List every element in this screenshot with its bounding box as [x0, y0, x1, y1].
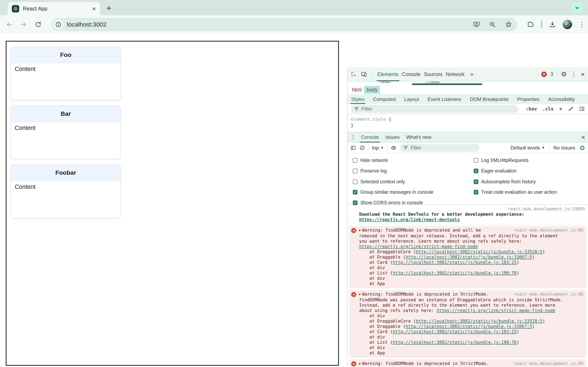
breadcrumb-html[interactable]: html — [350, 86, 364, 94]
checkbox-checked[interactable]: ✓ — [474, 169, 478, 173]
tab-close-icon[interactable]: × — [92, 6, 96, 12]
toggle-sidebar-icon[interactable] — [579, 106, 585, 112]
console-filter-input[interactable]: Filter — [400, 144, 480, 152]
source-location-link[interactable]: react-dom.development.js:86 — [514, 292, 584, 297]
extensions-puzzle-icon[interactable] — [527, 21, 534, 28]
clear-console-icon[interactable] — [359, 145, 365, 151]
styles-tab-computed[interactable]: Computed — [373, 95, 396, 104]
console-link[interactable]: http://localhost:3002/static/js/bundle.j… — [393, 260, 517, 265]
console-warning[interactable]: ✕▶Warning: findDOMNode is deprecated in … — [349, 290, 586, 358]
install-app-icon[interactable] — [473, 21, 480, 28]
reload-icon[interactable] — [35, 21, 42, 28]
devtools-menu-kebab-icon[interactable]: ⋮ — [571, 71, 577, 77]
source-location-link[interactable]: react-dom.development.js:86 — [514, 361, 584, 367]
url-text[interactable]: localhost:3002 — [67, 21, 106, 28]
console-link[interactable]: https://reactjs.org/link/strict-mode-fin… — [437, 308, 555, 313]
more-tabs-icon[interactable]: » — [470, 71, 474, 77]
devtools-tab-sources[interactable]: Sources — [422, 67, 444, 81]
log-levels-dropdown[interactable]: Default levels ▼ — [511, 145, 545, 151]
devtools-close-icon[interactable]: × — [581, 71, 585, 78]
drawer-menu-kebab-icon[interactable]: ⋮ — [350, 134, 356, 140]
toggle-hover-state-button[interactable]: :hov — [526, 106, 537, 111]
error-badge-icon[interactable]: ✕ — [541, 72, 547, 77]
console-link[interactable]: http://localhost:3002/static/js/bundle.j… — [406, 324, 532, 329]
checkbox-checked[interactable]: ✓ — [353, 200, 357, 205]
downloads-icon[interactable] — [549, 21, 556, 28]
inspect-element-icon[interactable] — [351, 71, 357, 77]
card-header[interactable]: Foo — [11, 47, 121, 63]
drawer-tab-what-s-new[interactable]: What's new — [403, 132, 434, 142]
checkbox[interactable] — [474, 158, 478, 163]
context-selector-dropdown[interactable]: top ▼ — [372, 145, 384, 151]
site-info-button[interactable] — [53, 19, 64, 30]
styles-tab-dom-breakpoints[interactable]: DOM Breakpoints — [470, 95, 509, 104]
console-settings-gear-icon[interactable]: ⚙ — [579, 145, 585, 151]
checkbox-checked[interactable]: ✓ — [474, 179, 478, 184]
card-header[interactable]: Bar — [11, 106, 121, 122]
rendering-brush-icon[interactable] — [568, 106, 574, 112]
profile-avatar[interactable] — [563, 20, 572, 29]
drawer-tab-console[interactable]: Console — [358, 132, 382, 142]
new-tab-button[interactable]: + — [103, 2, 114, 14]
console-warning[interactable]: ✕▶Warning: findDOMNode is deprecated in … — [349, 359, 586, 367]
devtools-tab-console[interactable]: Console — [400, 67, 422, 81]
console-warning[interactable]: ✕▶Warning: findDOMNode is deprecated and… — [349, 226, 586, 288]
tab-strip-chevron-button[interactable] — [571, 2, 583, 14]
disclosure-triangle-icon[interactable]: ▶ — [359, 227, 361, 233]
bookmark-star-icon[interactable] — [505, 21, 512, 28]
drawer-close-icon[interactable]: × — [581, 134, 585, 141]
styles-tab-properties[interactable]: Properties — [517, 95, 539, 104]
console-sidebar-icon[interactable] — [350, 145, 356, 151]
drawer-tab-issues[interactable]: Issues — [382, 132, 403, 142]
console-link[interactable]: http://localhost:3002/static/js/bundle.j… — [406, 255, 532, 259]
device-toolbar-icon[interactable] — [361, 71, 367, 77]
browser-tab[interactable]: React App × — [8, 2, 100, 15]
browser-menu-kebab-icon[interactable]: ⋮ — [579, 21, 585, 28]
styles-tab-layout[interactable]: Layout — [404, 95, 419, 104]
forward-icon[interactable] — [20, 21, 27, 28]
console-link[interactable]: http://localhost:3002/static/js/bundle.j… — [393, 271, 517, 275]
new-style-rule-button[interactable]: + — [559, 106, 563, 112]
card-header[interactable]: Foobar — [11, 165, 121, 181]
console-setting-row[interactable]: ✓Eager evaluation — [474, 167, 517, 175]
devtools-tab-network[interactable]: Network — [444, 67, 466, 81]
devtools-settings-gear-icon[interactable]: ⚙ — [561, 71, 567, 77]
console-link[interactable]: http://localhost:3002/static/js/bundle.j… — [393, 340, 517, 345]
console-setting-row[interactable]: ✓Treat code evaluation as user action — [474, 188, 557, 196]
zoom-out-icon[interactable] — [489, 21, 496, 28]
console-setting-row[interactable]: ✓Group similar messages in console — [353, 188, 433, 196]
styles-filter-input[interactable]: Filter — [351, 105, 518, 113]
source-location-link[interactable]: react-dom.development.js:29895 — [508, 206, 585, 212]
console-link[interactable]: https://reactjs.org/link/strict-mode-fin… — [359, 244, 478, 249]
issues-counter[interactable]: No Issues — [553, 145, 575, 151]
element-style-rule[interactable]: element.style { } — [347, 114, 588, 132]
console-setting-row[interactable]: Log XMLHttpRequests — [474, 156, 528, 164]
styles-tab-event-listeners[interactable]: Event Listeners — [428, 95, 461, 104]
disclosure-triangle-icon[interactable]: ▶ — [359, 292, 361, 297]
source-location-link[interactable]: react-dom.development.js:86 — [514, 227, 584, 233]
console-setting-row[interactable]: Selected context only — [353, 178, 405, 186]
checkbox[interactable] — [353, 179, 357, 184]
devtools-tab-elements[interactable]: Elements — [376, 67, 400, 81]
console-setting-row[interactable]: Hide network — [353, 156, 388, 164]
console-setting-row[interactable]: ✓Autocomplete from history — [474, 178, 536, 186]
checkbox[interactable] — [353, 169, 357, 173]
checkbox-checked[interactable]: ✓ — [474, 190, 478, 194]
toggle-class-button[interactable]: .cls — [542, 106, 553, 111]
back-icon[interactable] — [6, 21, 13, 28]
console-info-message[interactable]: react-dom.development.js:29895Download t… — [347, 205, 588, 224]
checkbox-checked[interactable]: ✓ — [353, 190, 357, 194]
url-bar[interactable]: localhost:3002 — [52, 18, 517, 31]
console-link[interactable]: http://localhost:3002/static/js/bundle.j… — [393, 329, 517, 334]
console-link[interactable]: http://localhost:3002/static/js/bundle.j… — [416, 319, 543, 324]
divider — [549, 145, 549, 151]
console-setting-row[interactable]: Preserve log — [353, 167, 387, 175]
styles-tab-accessibility[interactable]: Accessibility — [548, 95, 575, 104]
checkbox[interactable] — [353, 158, 357, 163]
console-link[interactable]: http://localhost:3002/static/js/bundle.j… — [416, 249, 543, 254]
styles-tab-styles[interactable]: Styles — [351, 95, 364, 104]
console-link[interactable]: https://reactjs.org/link/react-devtools — [359, 217, 460, 222]
live-expression-eye-icon[interactable] — [390, 145, 397, 151]
breadcrumb-body[interactable]: body — [364, 86, 380, 94]
disclosure-triangle-icon[interactable]: ▶ — [359, 361, 361, 366]
